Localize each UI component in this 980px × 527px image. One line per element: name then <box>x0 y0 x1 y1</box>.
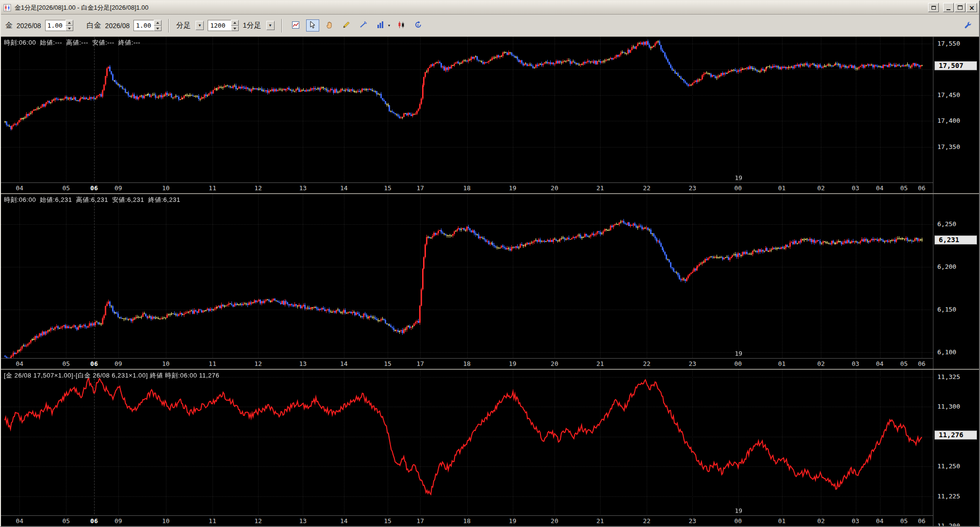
x-axis-tick-label: 11 <box>209 184 216 192</box>
x-axis-tick-label: 03 <box>852 517 860 525</box>
x-axis-tick-label: 04 <box>16 360 23 367</box>
x-axis-tick-label: 21 <box>596 360 604 367</box>
x-axis-tick-label: 20 <box>551 360 558 367</box>
gold-multiplier-input[interactable] <box>45 20 65 31</box>
gold-multiplier-up-button[interactable] <box>65 20 73 26</box>
gold-multiplier-down-button[interactable] <box>65 26 73 32</box>
x-axis-tick-label: 06 <box>90 184 98 192</box>
x-axis-tick-label: 06 <box>918 184 926 192</box>
x-axis-tick-label: 11 <box>209 360 216 367</box>
popout-icon <box>931 6 936 10</box>
gold-chart-canvas[interactable] <box>1 37 933 182</box>
spread-price-scale[interactable]: 11,32511,30011,25011,22511,20011,276 <box>933 370 979 526</box>
titlebar[interactable]: 金1分足[2026/08]1.00 - 白金1分足[2026/08]1.00 × <box>1 1 979 15</box>
toolbar: 金 2026/08 白金 2026/08 分足 ▼ 1分足 ▼ <box>1 15 979 37</box>
indicator-dropdown-arrow[interactable]: ▼ <box>388 24 391 27</box>
x-axis-tick-label: 05 <box>900 517 908 525</box>
chart-frame-icon <box>292 21 300 31</box>
x-axis-tick-label: 01 <box>778 360 786 367</box>
x-axis-tick-label: 09 <box>114 360 122 367</box>
platinum-multiplier-up-button[interactable] <box>154 20 162 26</box>
x-axis-tick-label: 17 <box>416 184 424 192</box>
x-axis-tick-label: 14 <box>340 360 348 367</box>
x-axis-tick-label: 13 <box>299 184 307 192</box>
cursor-tool-button[interactable] <box>306 19 319 32</box>
x-axis-tick-label: 22 <box>643 517 651 525</box>
close-button[interactable]: × <box>966 3 977 12</box>
app-window: 金1分足[2026/08]1.00 - 白金1分足[2026/08]1.00 ×… <box>0 0 980 527</box>
platinum-contract-month[interactable]: 2026/08 <box>105 22 130 30</box>
x-axis-tick-label: 19 <box>509 184 517 192</box>
x-axis-tick-label: 22 <box>643 360 651 367</box>
indicator-chart-button[interactable] <box>374 19 387 32</box>
x-axis-tick-label: 02 <box>817 360 825 367</box>
refresh-button[interactable]: B <box>412 19 425 32</box>
spread-chart-panel: [金 26/08 17,507×1.00]-[白金 26/08 6,231×1.… <box>1 369 979 526</box>
price-scale-label: 17,550 <box>937 40 960 47</box>
minimize-button[interactable] <box>943 3 954 12</box>
x-axis-tick-label: 14 <box>340 517 348 525</box>
x-axis-tick-label: 03 <box>852 184 860 192</box>
chart-style-button[interactable] <box>395 19 408 32</box>
price-scale-label: 11,325 <box>937 373 960 380</box>
x-axis-tick-label: 15 <box>384 360 392 367</box>
app-icon <box>3 4 12 12</box>
last-price-badge: 17,507 <box>934 61 977 70</box>
platinum-chart-panel: 時刻:06:00 始値:6,231 高値:6,231 安値:6,231 終値:6… <box>1 193 979 369</box>
x-axis-tick-label: 20 <box>551 517 558 525</box>
maximize-icon <box>958 5 963 10</box>
gold-instrument-label: 金 <box>5 21 13 30</box>
bar-count-up-button[interactable] <box>231 20 239 26</box>
interval-dropdown-button[interactable]: ▼ <box>266 21 275 30</box>
platinum-x-axis: 0405060910111213141517181920212223000102… <box>1 358 933 369</box>
spread-x-axis: 0405060910111213141517181920212223000102… <box>1 515 933 526</box>
chart-frame-button[interactable] <box>289 19 302 32</box>
candlestick-icon <box>397 21 405 30</box>
gold-chart-panel: 時刻:06:00 始値:--- 高値:--- 安値:--- 終値:--- 040… <box>1 37 979 193</box>
gold-contract-month[interactable]: 2026/08 <box>16 22 41 30</box>
platinum-chart-canvas[interactable] <box>1 194 933 358</box>
price-scale-label: 6,250 <box>937 220 956 228</box>
price-scale-label: 17,450 <box>937 91 960 99</box>
x-axis-tick-label: 13 <box>299 360 307 367</box>
x-axis-tick-label: 11 <box>209 517 216 525</box>
platinum-multiplier-input[interactable] <box>133 20 154 31</box>
x-axis-tick-label: 23 <box>688 360 696 367</box>
x-axis-tick-label: 17 <box>416 360 424 367</box>
trendline-icon <box>359 21 367 30</box>
x-axis-tick-label: 05 <box>62 360 70 367</box>
popout-button[interactable] <box>928 3 939 12</box>
minimize-icon <box>947 9 950 10</box>
period-type-dropdown-button[interactable]: ▼ <box>196 21 204 30</box>
spread-chart-canvas[interactable] <box>1 370 933 515</box>
x-axis-tick-label: 17 <box>416 517 424 525</box>
x-axis-tick-label: 09 <box>114 184 122 192</box>
platinum-price-scale[interactable]: 6,2506,2006,1506,1006,231 <box>933 194 979 369</box>
gold-price-scale[interactable]: 17,55017,45017,40017,35017,507 <box>933 37 979 193</box>
bar-count-input[interactable] <box>208 20 231 31</box>
x-axis-tick-label: 14 <box>340 184 348 192</box>
close-icon: × <box>969 4 975 11</box>
x-axis-tick-label: 12 <box>254 360 262 367</box>
settings-button[interactable] <box>962 19 975 32</box>
hand-icon <box>326 21 333 30</box>
x-axis-tick-label: 04 <box>876 360 884 367</box>
x-axis-tick-label: 19 <box>509 517 517 525</box>
day-marker-label: 19 <box>735 507 743 514</box>
x-axis-tick-label: 21 <box>596 517 604 525</box>
x-axis-tick-label: 10 <box>162 184 170 192</box>
x-axis-tick-label: 06 <box>90 517 98 525</box>
platinum-ohlc-info: 時刻:06:00 始値:6,231 高値:6,231 安値:6,231 終値:6… <box>4 196 180 204</box>
x-axis-tick-label: 01 <box>778 517 786 525</box>
x-axis-tick-label: 10 <box>162 517 170 525</box>
pan-tool-button[interactable] <box>323 19 336 32</box>
maximize-button[interactable] <box>955 3 965 12</box>
toolbar-separator <box>168 19 169 33</box>
draw-trendline-button[interactable] <box>357 19 370 32</box>
draw-pencil-button[interactable] <box>340 19 353 32</box>
x-axis-tick-label: 06 <box>90 360 98 367</box>
platinum-multiplier-down-button[interactable] <box>154 26 162 32</box>
bar-count-down-button[interactable] <box>231 26 239 32</box>
platinum-instrument-label: 白金 <box>87 21 101 30</box>
x-axis-tick-label: 03 <box>852 360 860 367</box>
